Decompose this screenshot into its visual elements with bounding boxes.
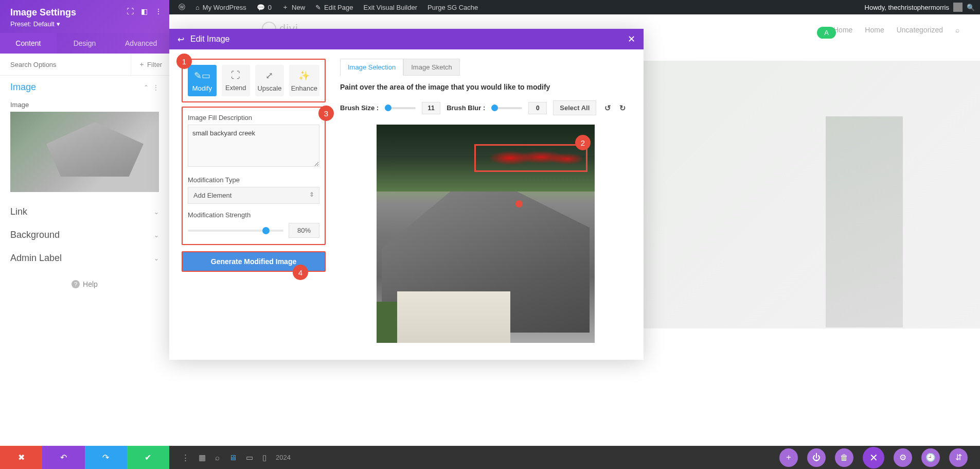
- help-icon: ?: [72, 280, 80, 288]
- exit-vb-link[interactable]: Exit Visual Builder: [358, 0, 422, 14]
- plus-icon: ＋: [785, 452, 793, 463]
- nav-home-2[interactable]: Home: [865, 26, 884, 34]
- new-link[interactable]: ＋New: [277, 0, 310, 14]
- wp-logo[interactable]: ⓦ: [173, 0, 190, 14]
- site-name-link[interactable]: ⌂My WordPress: [190, 0, 252, 14]
- tab-content[interactable]: Content: [0, 33, 57, 54]
- power-button[interactable]: ⏻: [807, 448, 826, 467]
- tab-advanced[interactable]: Advanced: [113, 33, 169, 54]
- settings-footer: ✖ ↶ ↷ ✔: [0, 446, 169, 469]
- modification-type-select[interactable]: Add Element: [188, 187, 319, 204]
- slider-thumb[interactable]: [262, 227, 270, 234]
- redo-button[interactable]: ↷: [85, 446, 127, 469]
- action-extend[interactable]: ⛶Extend: [222, 65, 251, 96]
- tablet-icon[interactable]: ▭: [246, 453, 253, 462]
- action-upscale[interactable]: ⤢Upscale: [255, 65, 284, 96]
- section-image-header[interactable]: Image ⌃⋮: [0, 76, 169, 99]
- phone-icon[interactable]: ▯: [262, 453, 266, 462]
- filter-button[interactable]: ＋Filter: [131, 54, 169, 75]
- search-input[interactable]: [0, 54, 131, 75]
- brush-controls: Brush Size : 11 Brush Blur : 0 Select Al…: [340, 100, 631, 115]
- brush-size-slider[interactable]: [385, 107, 416, 109]
- history-button[interactable]: 🕘: [921, 448, 940, 467]
- strength-slider[interactable]: [188, 230, 283, 232]
- purge-cache-link[interactable]: Purge SG Cache: [422, 0, 483, 14]
- preset-selector[interactable]: Preset: Default ▾: [10, 20, 159, 28]
- close-button[interactable]: ✕: [628, 33, 635, 45]
- plus-icon: ＋: [138, 60, 145, 69]
- undo-icon[interactable]: ↺: [604, 103, 611, 113]
- section-background[interactable]: Background ⌄: [0, 223, 169, 247]
- action-modify[interactable]: ✎▭Modify: [188, 65, 217, 96]
- badge-2: 2: [575, 135, 591, 150]
- wireframe-icon[interactable]: ▦: [199, 453, 206, 462]
- ai-pill[interactable]: A: [817, 27, 836, 39]
- nav-uncategorized[interactable]: Uncategorized: [897, 26, 943, 34]
- canvas-house: [397, 291, 510, 343]
- trash-icon: 🗑: [840, 453, 848, 462]
- modal-right: Image Selection Image Sketch Paint over …: [340, 59, 631, 351]
- brush-cursor: [515, 200, 523, 207]
- tab-image-sketch[interactable]: Image Sketch: [403, 59, 460, 76]
- brush-size-value[interactable]: 11: [422, 102, 440, 114]
- slider-thumb[interactable]: [385, 105, 391, 111]
- section-admin-label[interactable]: Admin Label ⌄: [0, 247, 169, 270]
- search-icon[interactable]: 🔍: [967, 4, 976, 11]
- select-all-button[interactable]: Select All: [553, 100, 596, 115]
- settings-header: Image Settings Preset: Default ▾ ⛶ ◧ ⋮: [0, 0, 169, 33]
- sort-button[interactable]: ⇵: [949, 448, 968, 467]
- chevron-down-icon: ⌄: [154, 209, 159, 216]
- zoom-icon[interactable]: ⌕: [215, 453, 220, 462]
- upscale-icon: ⤢: [257, 70, 282, 81]
- hero-image-right: [826, 116, 903, 327]
- focus-icon[interactable]: ⛶: [127, 7, 134, 15]
- slider-thumb[interactable]: [491, 105, 498, 111]
- brush-blur-value[interactable]: 0: [528, 102, 547, 114]
- nav-search-icon[interactable]: ⌕: [955, 26, 959, 34]
- comments-link[interactable]: 💬0: [252, 0, 277, 14]
- close-vb-button[interactable]: ✕: [863, 447, 884, 468]
- back-button[interactable]: ↩: [177, 34, 184, 44]
- more-icon: ⋮: [153, 84, 159, 91]
- modal-header: ↩ Edit Image ✕: [169, 29, 644, 49]
- action-enhance[interactable]: ✨Enhance: [289, 65, 319, 96]
- close-icon: ✕: [869, 451, 878, 464]
- cancel-button[interactable]: ✖: [0, 446, 42, 469]
- form-box: 3 Image Fill Description Modification Ty…: [182, 107, 326, 245]
- tab-image-selection[interactable]: Image Selection: [340, 59, 403, 76]
- fill-description-input[interactable]: [188, 125, 319, 167]
- nav-home-1[interactable]: Home: [833, 26, 852, 34]
- tab-design[interactable]: Design: [57, 33, 113, 54]
- home-icon: ⌂: [195, 4, 200, 11]
- strength-value[interactable]: 80%: [289, 223, 319, 238]
- wp-admin-bar: ⓦ ⌂My WordPress 💬0 ＋New ✎Edit Page Exit …: [169, 0, 980, 14]
- badge-1: 1: [176, 54, 192, 69]
- sidebar-icon[interactable]: ◧: [141, 7, 148, 15]
- undo-button[interactable]: ↶: [42, 446, 84, 469]
- clock-icon: 🕘: [925, 453, 936, 462]
- section-image-body: Image: [0, 99, 169, 200]
- add-button[interactable]: ＋: [779, 448, 798, 467]
- settings-button[interactable]: ⚙: [894, 448, 912, 467]
- help-link[interactable]: ? Help: [0, 270, 169, 299]
- redo-icon[interactable]: ↻: [619, 103, 626, 113]
- avatar[interactable]: [953, 3, 963, 12]
- paint-highlight-box: [474, 144, 587, 172]
- wordpress-icon: ⓦ: [179, 3, 185, 12]
- image-thumbnail[interactable]: [10, 112, 159, 192]
- delete-button[interactable]: 🗑: [835, 448, 853, 467]
- section-link[interactable]: Link ⌄: [0, 200, 169, 223]
- chevron-up-icon: ⌃: [144, 84, 149, 91]
- fill-description-label: Image Fill Description: [188, 114, 319, 121]
- more-icon[interactable]: ⋮: [155, 7, 162, 15]
- paint-canvas[interactable]: 2: [377, 125, 595, 343]
- howdy-text[interactable]: Howdy, thechristophermorris: [865, 4, 949, 11]
- edit-page-link[interactable]: ✎Edit Page: [310, 0, 358, 14]
- power-icon: ⏻: [812, 453, 821, 462]
- menu-icon[interactable]: ⋮: [182, 453, 189, 462]
- save-button[interactable]: ✔: [127, 446, 169, 469]
- brush-blur-slider[interactable]: [491, 107, 522, 109]
- desktop-icon[interactable]: 🖥: [229, 453, 237, 462]
- image-label: Image: [10, 101, 159, 109]
- chevron-down-icon: ⌄: [154, 232, 159, 239]
